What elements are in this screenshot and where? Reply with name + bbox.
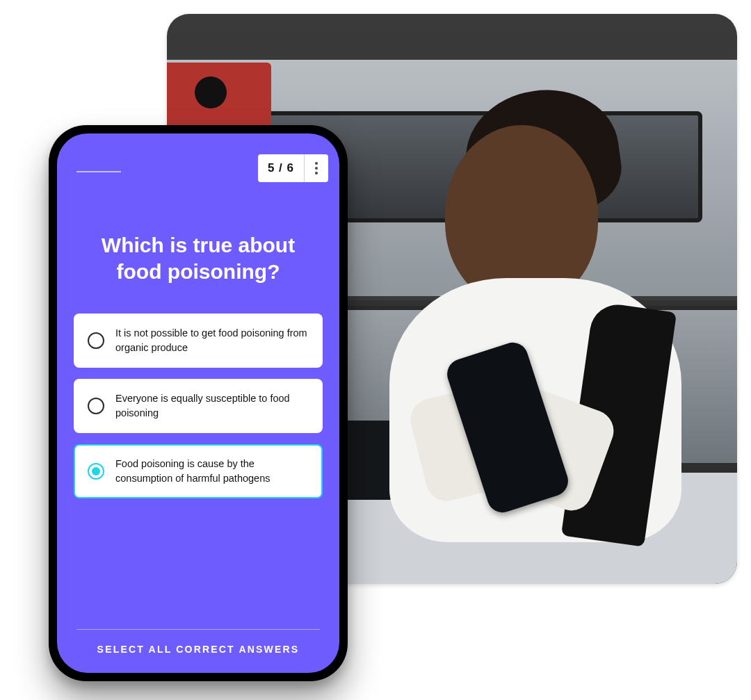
answer-text: It is not possible to get food poisoning… xyxy=(115,326,309,355)
answer-text: Everyone is equally susceptible to food … xyxy=(115,391,309,421)
radio-icon xyxy=(88,332,104,349)
instruction-text: SELECT ALL CORRECT ANSWERS xyxy=(76,644,320,655)
radio-icon xyxy=(88,398,104,414)
kebab-icon xyxy=(315,162,318,174)
quiz-screen: 5 / 6 Which is true about food poisoning… xyxy=(57,133,339,673)
header-rule xyxy=(76,171,121,172)
answer-option[interactable]: Everyone is equally susceptible to food … xyxy=(74,379,323,433)
quiz-topbar: 5 / 6 xyxy=(57,133,339,193)
progress-counter: 5 / 6 xyxy=(258,154,304,182)
footer-rule xyxy=(76,629,320,630)
kebab-menu-button[interactable] xyxy=(304,154,328,182)
answer-list: It is not possible to get food poisoning… xyxy=(57,314,339,498)
question-text: Which is true about food poisoning? xyxy=(81,232,316,286)
quiz-footer: SELECT ALL CORRECT ANSWERS xyxy=(57,629,339,673)
answer-option[interactable]: Food poisoning is cause by the consumpti… xyxy=(74,444,323,498)
radio-icon xyxy=(88,463,104,480)
answer-text: Food poisoning is cause by the consumpti… xyxy=(115,457,309,486)
phone-frame: 5 / 6 Which is true about food poisoning… xyxy=(49,125,348,681)
answer-option[interactable]: It is not possible to get food poisoning… xyxy=(74,314,323,368)
progress-pill: 5 / 6 xyxy=(258,154,328,182)
